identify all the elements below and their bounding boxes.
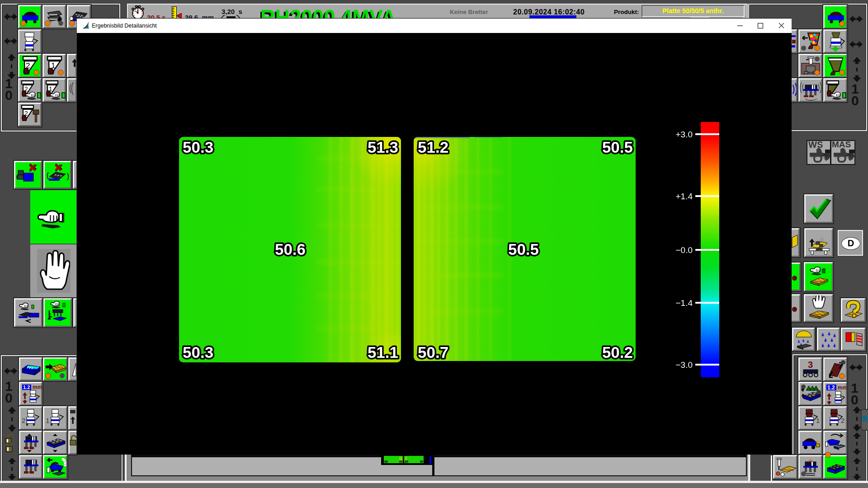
svg-text:2: 2 xyxy=(22,417,25,424)
svg-text:50.2: 50.2 xyxy=(602,343,633,361)
svg-text:−1.4: −1.4 xyxy=(675,298,693,308)
svg-text:1: 1 xyxy=(816,417,820,424)
svg-text:1: 1 xyxy=(51,61,55,70)
svg-text:51.1: 51.1 xyxy=(368,343,398,361)
svg-text:3: 3 xyxy=(808,360,813,370)
svg-text:+1.4: +1.4 xyxy=(675,192,693,201)
svg-text:+3.0: +3.0 xyxy=(675,130,693,139)
svg-text:1.2: 1.2 xyxy=(827,385,835,391)
svg-text:−3.0: −3.0 xyxy=(675,360,693,370)
svg-text:2: 2 xyxy=(26,61,30,70)
svg-text:50.3: 50.3 xyxy=(183,138,213,156)
svg-text:1: 1 xyxy=(49,85,52,93)
svg-text:50.3: 50.3 xyxy=(183,343,213,361)
svg-text:50.5: 50.5 xyxy=(508,240,539,258)
svg-text:2: 2 xyxy=(24,85,28,93)
svg-text:mm: mm xyxy=(33,384,42,390)
svg-text:51.2: 51.2 xyxy=(418,138,448,156)
svg-text:−0.0: −0.0 xyxy=(675,245,693,255)
svg-text:2: 2 xyxy=(24,110,28,117)
svg-text:50.7: 50.7 xyxy=(418,343,448,361)
svg-text:51.3: 51.3 xyxy=(368,138,398,156)
svg-text:2: 2 xyxy=(841,417,844,424)
svg-text:50.5: 50.5 xyxy=(602,138,633,156)
svg-text:1: 1 xyxy=(46,417,49,424)
svg-text:1.2: 1.2 xyxy=(23,385,30,390)
svg-text:mm: mm xyxy=(838,385,847,391)
svg-text:50.6: 50.6 xyxy=(275,240,306,258)
